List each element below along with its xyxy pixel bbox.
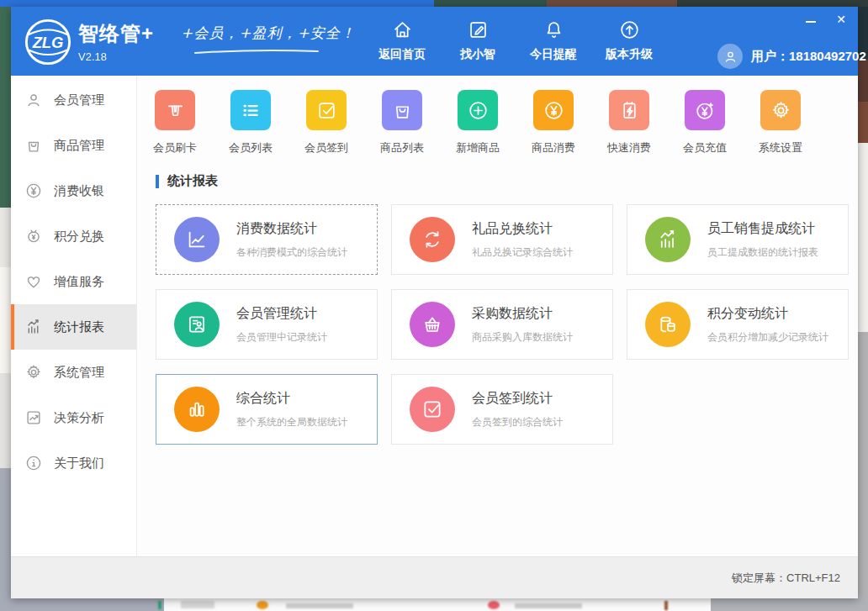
card-checkin-stats[interactable]: 会员签到统计 会员签到的综合统计 — [391, 374, 613, 445]
user-icon — [24, 91, 43, 109]
bar-trend-icon — [24, 318, 43, 336]
minimize-button[interactable] — [802, 12, 819, 27]
background-app-icon — [664, 601, 668, 610]
cards-grid: 消费数据统计 各种消费模式的综合统计 礼品兑换统计 礼品兑换记录综合统计 员工销… — [156, 204, 849, 445]
desktop-background-right — [858, 7, 868, 598]
shortcut-member-swipe[interactable]: 会员刷卡 — [137, 90, 213, 155]
heart-icon — [24, 272, 43, 291]
shopping-bag-icon — [382, 90, 422, 130]
sidebar-item-members[interactable]: 会员管理 — [11, 77, 136, 123]
status-bar: 锁定屏幕：CTRL+F12 — [11, 556, 858, 598]
svg-text:ZLG: ZLG — [32, 34, 64, 51]
yen-circle-icon — [24, 182, 43, 200]
app-window: ZLG 智络管+ V2.18 +会员，+盈利，+安全！ 返回首页 找小智 今日提… — [11, 7, 858, 598]
bars-icon — [174, 387, 220, 432]
app-title-block: 智络管+ V2.18 — [78, 20, 154, 63]
card-text: 员工销售提成统计 员工提成数据的统计报表 — [707, 220, 818, 260]
card-text: 采购数据统计 商品采购入库数据统计 — [472, 305, 573, 345]
app-header: ZLG 智络管+ V2.18 +会员，+盈利，+安全！ 返回首页 找小智 今日提… — [11, 7, 858, 76]
desktop-taskbar-fragment — [0, 598, 164, 611]
yen-circle-icon — [533, 90, 574, 130]
zlg-logo-icon: ZLG — [24, 18, 72, 66]
card-text: 会员签到统计 会员签到的综合统计 — [472, 390, 563, 429]
card-swipe-icon — [155, 90, 195, 130]
app-version: V2.18 — [78, 50, 154, 63]
shortcut-system-settings[interactable]: 系统设置 — [743, 90, 818, 155]
shortcut-member-list[interactable]: 会员列表 — [213, 90, 288, 155]
plus-circle-icon — [458, 90, 498, 130]
card-member-mgmt-stats[interactable]: 会员管理统计 会员管理中记录统计 — [156, 289, 378, 360]
section-title: 统计报表 — [167, 173, 218, 189]
sidebar-item-reports[interactable]: 统计报表 — [11, 304, 136, 350]
desktop-background-top — [0, 0, 868, 7]
basket-icon — [410, 302, 455, 347]
coin-pouch-icon — [24, 227, 43, 245]
section-header: 统计报表 — [156, 173, 858, 189]
refresh-icon — [410, 217, 455, 262]
nav-find-xiaozhi[interactable]: 找小智 — [444, 18, 511, 62]
nav-home[interactable]: 返回首页 — [368, 18, 436, 62]
background-app-icon — [515, 603, 582, 608]
gear-icon — [760, 90, 801, 130]
bell-icon — [542, 18, 565, 41]
background-app-icon — [488, 601, 500, 609]
list-icon — [230, 90, 271, 130]
card-gift-exchange-stats[interactable]: 礼品兑换统计 礼品兑换记录综合统计 — [391, 204, 613, 275]
edit-icon — [467, 18, 490, 41]
sidebar-item-analysis[interactable]: 决策分析 — [11, 395, 136, 440]
slogan-underline-stroke — [193, 48, 320, 55]
card-text: 会员管理统计 会员管理中记录统计 — [236, 305, 327, 345]
card-consumption-stats[interactable]: 消费数据统计 各种消费模式的综合统计 — [156, 204, 378, 275]
background-app-icon — [286, 603, 353, 608]
nav-today-reminders[interactable]: 今日提醒 — [520, 18, 587, 62]
checkbox-icon — [410, 387, 455, 432]
shortcut-member-checkin[interactable]: 会员签到 — [288, 90, 364, 155]
id-person-icon — [174, 302, 220, 347]
sidebar-item-value-added[interactable]: 增值服务 — [11, 259, 136, 304]
shortcut-add-product[interactable]: 新增商品 — [440, 90, 516, 155]
nav-version-upgrade[interactable]: 版本升级 — [595, 18, 663, 62]
bar-trend-icon — [645, 217, 691, 262]
background-app-icon — [158, 601, 161, 609]
database-icon — [645, 302, 691, 347]
background-app-icon — [257, 601, 268, 609]
trend-box-icon — [24, 408, 43, 427]
user-info[interactable]: 用户：18180492702 — [717, 44, 866, 69]
sidebar: 会员管理 商品管理 消费收银 积分兑换 增值服务 统计报表 系统管理 决策分析 … — [11, 76, 137, 556]
desktop-background-left — [0, 7, 11, 598]
shortcut-member-recharge[interactable]: 会员充值 — [667, 90, 743, 155]
upgrade-icon — [618, 18, 641, 41]
home-icon — [391, 18, 414, 41]
shortcut-product-consume[interactable]: 商品消费 — [516, 90, 591, 155]
card-staff-commission-stats[interactable]: 员工销售提成统计 员工提成数据的统计报表 — [627, 204, 849, 275]
window-controls: ✕ — [802, 12, 849, 27]
card-points-change-stats[interactable]: 积分变动统计 会员积分增加减少记录统计 — [627, 289, 849, 360]
card-text: 礼品兑换统计 礼品兑换记录综合统计 — [472, 220, 573, 260]
app-title: 智络管+ — [78, 20, 154, 47]
sidebar-item-checkout[interactable]: 消费收银 — [11, 168, 136, 213]
header-nav: 返回首页 找小智 今日提醒 版本升级 — [368, 18, 663, 62]
sidebar-item-points-exchange[interactable]: 积分兑换 — [11, 213, 136, 259]
doc-lightning-icon — [609, 90, 649, 130]
user-avatar — [717, 44, 743, 69]
yen-plus-icon — [685, 90, 725, 130]
card-overall-stats[interactable]: 综合统计 整个系统的全局数据统计 — [156, 374, 378, 445]
main-panel: 会员刷卡 会员列表 会员签到 商品列表 新增商品 商品消费 快速消费 会员充值 … — [137, 76, 858, 556]
card-text: 消费数据统计 各种消费模式的综合统计 — [236, 220, 347, 260]
card-purchase-stats[interactable]: 采购数据统计 商品采购入库数据统计 — [391, 289, 613, 360]
close-button[interactable]: ✕ — [833, 12, 849, 27]
card-text: 综合统计 整个系统的全局数据统计 — [236, 390, 347, 429]
user-label: 用户：18180492702 — [751, 49, 866, 65]
sidebar-item-system[interactable]: 系统管理 — [11, 350, 136, 395]
sidebar-item-about[interactable]: 关于我们 — [11, 440, 136, 486]
line-chart-icon — [174, 217, 220, 262]
shopping-bag-icon — [24, 136, 43, 155]
shortcut-quick-consume[interactable]: 快速消费 — [591, 90, 667, 155]
shortcut-product-list[interactable]: 商品列表 — [364, 90, 440, 155]
content-row: 会员管理 商品管理 消费收银 积分兑换 增值服务 统计报表 系统管理 决策分析 … — [11, 76, 858, 556]
lock-screen-hint: 锁定屏幕：CTRL+F12 — [732, 571, 840, 586]
checkbox-icon — [306, 90, 347, 130]
info-icon — [24, 454, 43, 472]
section-accent-bar — [156, 175, 159, 188]
sidebar-item-products[interactable]: 商品管理 — [11, 123, 136, 168]
